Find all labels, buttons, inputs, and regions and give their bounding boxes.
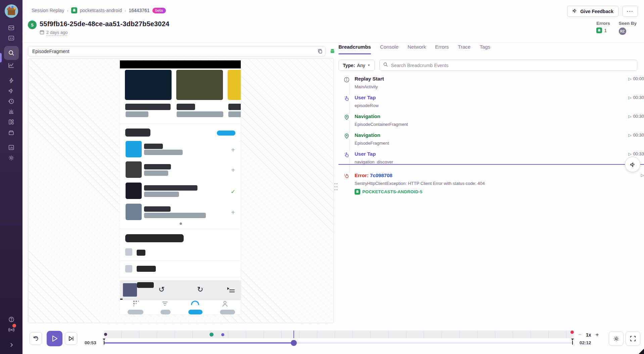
phone-tab-label [128, 310, 143, 314]
event-timestamp[interactable]: ▷00:33 [628, 151, 644, 156]
event-timestamp[interactable]: ▷00:30 [628, 95, 644, 100]
error-id-link[interactable]: 7c098708 [370, 172, 393, 178]
zoom-out-button[interactable]: − [578, 332, 582, 338]
timeline-minimap[interactable] [104, 331, 574, 338]
org-avatar[interactable] [5, 4, 18, 18]
phone-masked-text [144, 164, 171, 169]
issues-icon [8, 24, 14, 31]
phone-album-art [123, 283, 137, 297]
podcasts-tab-icon [133, 301, 139, 307]
sidebar-item-issues[interactable] [5, 22, 18, 33]
event-title: Replay Start [355, 76, 628, 82]
event-row-user-tap[interactable]: User Tap episodeRow ▷00:30 [338, 93, 644, 112]
panel-resize-handle[interactable] [334, 183, 337, 192]
android-project-icon [71, 7, 77, 13]
sidebar-item-help[interactable] [5, 314, 18, 324]
give-feedback-label: Give Feedback [580, 9, 613, 14]
tab-errors[interactable]: Errors [435, 44, 449, 54]
event-timestamp[interactable]: ▷00:00 [628, 76, 644, 81]
megaphone-icon [572, 8, 578, 14]
seen-by-avatar[interactable]: RZ [619, 28, 626, 35]
phone-masked-text [177, 111, 223, 117]
discover-tab-icon [191, 301, 199, 305]
event-description: SentryHttpClientException: HTTP Client E… [355, 181, 641, 186]
more-actions-button[interactable]: ··· [623, 6, 638, 17]
type-filter-label: Type: [343, 63, 355, 68]
dom-search-input[interactable] [28, 49, 315, 54]
tab-breadcrumbs[interactable]: Breadcrumbs [338, 44, 371, 54]
event-row-user-tap[interactable]: User Tap navigation_discover ▷00:33 [338, 150, 644, 168]
event-timestamp[interactable]: ▷00:30 [628, 114, 644, 119]
skip-to-end-button[interactable] [65, 332, 77, 345]
project-link[interactable]: POCKETCASTS-ANDROID-5 [355, 189, 641, 195]
event-description: EpisodeContainerFragment [355, 122, 628, 127]
timeline-scrubber[interactable] [104, 342, 574, 344]
chevron-right-icon [9, 343, 14, 347]
event-row-navigation[interactable]: Navigation EpisodeContainerFragment ▷00:… [338, 112, 644, 131]
location-pin-icon [343, 133, 350, 139]
phone-card [125, 70, 172, 100]
copy-icon[interactable] [315, 49, 325, 54]
breadcrumb-section[interactable]: Session Replay [32, 8, 64, 13]
play-icon: ▷ [628, 114, 631, 119]
timeline-knob[interactable] [291, 340, 297, 346]
fullscreen-button[interactable] [626, 331, 640, 346]
sidebar-item-explore[interactable] [4, 46, 19, 60]
give-feedback-button[interactable]: Give Feedback [567, 6, 618, 17]
sidebar-item-performance[interactable] [5, 75, 18, 86]
tab-trace[interactable]: Trace [458, 44, 471, 54]
event-title: User Tap [355, 151, 628, 157]
event-row-replay-start[interactable]: Replay Start MainActivity ▷00:00 [338, 74, 644, 93]
phone-divider [120, 277, 241, 277]
breadcrumb-search-input[interactable] [391, 63, 634, 68]
event-description: MainActivity [355, 84, 628, 89]
zoom-in-button[interactable]: + [596, 332, 599, 338]
player-settings-button[interactable] [609, 331, 624, 346]
event-row-navigation[interactable]: Navigation EpisodeFragment ▷00:30 [338, 131, 644, 150]
breadcrumb-project[interactable]: pocketcasts-android [80, 8, 122, 13]
event-description: EpisodeFragment [355, 141, 628, 146]
sidebar-item-replays[interactable] [5, 96, 18, 106]
location-pin-icon [343, 114, 350, 120]
sidebar-item-settings[interactable] [5, 153, 18, 163]
event-row-error[interactable]: Error: 7c098708 SentryHttpClientExceptio… [338, 168, 644, 199]
sidebar-item-user-feedback[interactable] [5, 86, 18, 96]
tab-tags[interactable]: Tags [479, 44, 490, 54]
feedback-fab-button[interactable] [625, 157, 640, 172]
sidebar-expand-button[interactable] [5, 340, 18, 350]
playback-speed-label[interactable]: 1x [586, 332, 591, 338]
sidebar-item-projects[interactable] [5, 33, 18, 43]
sidebar-item-stats[interactable] [5, 60, 18, 70]
event-timestamp[interactable]: ▷00:30 [628, 133, 644, 138]
sidebar-item-whats-new[interactable] [5, 324, 18, 335]
play-icon: ▷ [628, 133, 631, 138]
beta-badge: beta [152, 8, 166, 13]
sidebar-item-alerts[interactable] [5, 106, 18, 117]
rewind-10s-button[interactable]: 10 [30, 332, 42, 345]
type-filter-value: Any [357, 63, 365, 68]
gear-icon [8, 155, 14, 161]
phone-masked-text [137, 266, 156, 272]
phone-page-indicator [180, 222, 182, 225]
errors-count[interactable]: 1 [604, 28, 607, 33]
sidebar-item-dashboards[interactable] [5, 117, 18, 127]
event-timestamp[interactable]: ▷ [641, 173, 644, 178]
phone-masked-text [144, 144, 163, 149]
replay-player-viewport[interactable]: + + ✓ + ↺ ↻ [28, 58, 334, 323]
profile-tab-icon [221, 300, 229, 309]
breadcrumb-separator: › [125, 8, 126, 13]
phone-card [228, 70, 241, 100]
chevron-down-icon: ▼ [367, 64, 370, 67]
duration-label: 02:12 [580, 340, 591, 345]
sidebar-item-insights[interactable] [5, 142, 18, 153]
replay-timestamp[interactable]: 2 days ago [46, 30, 68, 36]
type-filter-dropdown[interactable]: Type: Any ▼ [338, 60, 375, 71]
play-button[interactable] [47, 331, 62, 346]
phone-artwork [126, 161, 142, 178]
sidebar [0, 0, 22, 354]
timeline-progress [104, 342, 294, 344]
tab-network[interactable]: Network [408, 44, 426, 54]
tab-console[interactable]: Console [380, 44, 399, 54]
play-icon: ▷ [641, 173, 644, 178]
sidebar-item-releases[interactable] [5, 127, 18, 138]
